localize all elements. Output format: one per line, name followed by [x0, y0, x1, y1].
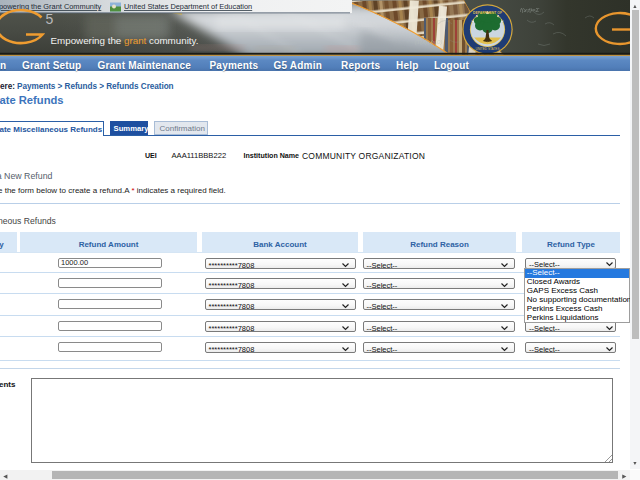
svg-text:UNITED STATES: UNITED STATES: [476, 47, 500, 51]
svg-text:Empowering the grant community: Empowering the grant community.: [51, 35, 199, 46]
svg-text:|T(x)| (x,0): |T(x)| (x,0): [415, 39, 442, 45]
svg-text:5: 5: [46, 11, 54, 27]
svg-text:f(x,t)=Σ: f(x,t)=Σ: [520, 7, 540, 13]
svg-text:DEPARTMENT OF: DEPARTMENT OF: [473, 11, 502, 15]
svg-text:United States Department of Ed: United States Department of Education: [124, 2, 252, 11]
